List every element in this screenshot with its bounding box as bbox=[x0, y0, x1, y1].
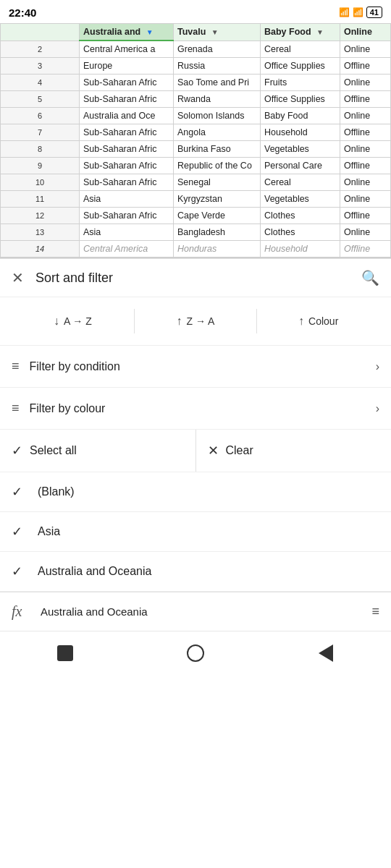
cell-col-a[interactable]: Sub-Saharan Afric bbox=[80, 158, 174, 174]
table-row: 11AsiaKyrgyzstanVegetablesOnline bbox=[1, 191, 391, 208]
nav-bar bbox=[0, 631, 391, 678]
cell-col-a[interactable]: Asia bbox=[80, 191, 174, 208]
row-num-cell: 8 bbox=[1, 141, 80, 158]
cell-col-b[interactable]: Kyrgyzstan bbox=[174, 191, 261, 208]
cell-col-b[interactable]: Bangladesh bbox=[174, 224, 261, 241]
cell-col-b[interactable]: Angola bbox=[174, 124, 261, 141]
col-c-filter-icon[interactable]: ▼ bbox=[316, 28, 324, 36]
cell-col-a[interactable]: Sub-Saharan Afric bbox=[80, 174, 174, 191]
cell-col-d[interactable]: Online bbox=[340, 108, 391, 124]
cell-col-c[interactable]: Household bbox=[261, 124, 340, 141]
row-num-cell: 4 bbox=[1, 75, 80, 91]
formula-bar: fx Australia and Oceania ≡ bbox=[0, 592, 391, 631]
cell-col-c[interactable]: Clothes bbox=[261, 208, 340, 224]
cell-col-a[interactable]: Central America a bbox=[80, 41, 174, 58]
cell-col-c[interactable]: Cereal bbox=[261, 41, 340, 58]
table-row: 4Sub-Saharan AfricSao Tome and PriFruits… bbox=[1, 75, 391, 91]
cell-col-b[interactable]: Sao Tome and Pri bbox=[174, 75, 261, 91]
row-num-cell: 2 bbox=[1, 41, 80, 58]
cell-col-a[interactable]: Asia bbox=[80, 224, 174, 241]
cell-col-d[interactable]: Offline bbox=[340, 58, 391, 75]
cell-col-b[interactable]: Senegal bbox=[174, 174, 261, 191]
filter-colour-chevron-icon: › bbox=[376, 402, 379, 415]
cell-col-b[interactable]: Solomon Islands bbox=[174, 108, 261, 124]
cell-col-c[interactable]: Household bbox=[261, 241, 340, 258]
filter-by-colour-row[interactable]: ≡ Filter by colour › bbox=[0, 388, 391, 430]
cell-col-c[interactable]: Office Supplies bbox=[261, 91, 340, 108]
cell-col-a[interactable]: Australia and Oce bbox=[80, 108, 174, 124]
cell-col-b[interactable]: Republic of the Co bbox=[174, 158, 261, 174]
cell-col-c[interactable]: Clothes bbox=[261, 224, 340, 241]
cell-col-b[interactable]: Rwanda bbox=[174, 91, 261, 108]
filter-by-condition-left: ≡ Filter by condition bbox=[12, 359, 120, 374]
cell-col-b[interactable]: Honduras bbox=[174, 241, 261, 258]
filter-by-condition-row[interactable]: ≡ Filter by condition › bbox=[0, 346, 391, 388]
filter-by-colour-label: Filter by colour bbox=[30, 402, 106, 415]
cell-col-c[interactable]: Office Supplies bbox=[261, 58, 340, 75]
cell-col-c[interactable]: Fruits bbox=[261, 75, 340, 91]
sort-za-button[interactable]: ↑ Z → A bbox=[135, 309, 258, 333]
cell-col-c[interactable]: Vegetables bbox=[261, 191, 340, 208]
nav-square-icon bbox=[57, 645, 73, 661]
cell-col-d[interactable]: Offline bbox=[340, 241, 391, 258]
select-all-button[interactable]: ✓ Select all bbox=[0, 430, 196, 472]
cell-col-a[interactable]: Europe bbox=[80, 58, 174, 75]
checkbox-label: Asia bbox=[38, 525, 60, 538]
cell-col-a[interactable]: Central America bbox=[80, 241, 174, 258]
cell-col-b[interactable]: Cape Verde bbox=[174, 208, 261, 224]
close-icon[interactable]: ✕ bbox=[12, 269, 24, 286]
search-icon[interactable]: 🔍 bbox=[361, 269, 379, 286]
signal-icon: 📶 bbox=[339, 7, 350, 17]
cell-col-a[interactable]: Sub-Saharan Afric bbox=[80, 141, 174, 158]
cell-col-c[interactable]: Cereal bbox=[261, 174, 340, 191]
table-row: 13AsiaBangladeshClothesOnline bbox=[1, 224, 391, 241]
status-icons: 📶 📶 41 bbox=[339, 7, 382, 18]
cell-col-b[interactable]: Burkina Faso bbox=[174, 141, 261, 158]
table-row: 9Sub-Saharan AfricRepublic of the CoPers… bbox=[1, 158, 391, 174]
nav-home-button[interactable] bbox=[181, 639, 210, 668]
col-a-filter-icon[interactable]: ▼ bbox=[146, 28, 154, 36]
col-a-header[interactable]: Australia and ▼ bbox=[80, 24, 174, 41]
checkbox-item[interactable]: ✓(Blank) bbox=[0, 472, 391, 512]
col-d-header[interactable]: Online bbox=[340, 24, 391, 41]
cell-col-a[interactable]: Sub-Saharan Afric bbox=[80, 208, 174, 224]
filter-by-colour-left: ≡ Filter by colour bbox=[12, 401, 105, 416]
cell-col-d[interactable]: Offline bbox=[340, 91, 391, 108]
cell-col-c[interactable]: Vegetables bbox=[261, 141, 340, 158]
row-num-cell: 9 bbox=[1, 158, 80, 174]
row-num-cell: 3 bbox=[1, 58, 80, 75]
cell-col-d[interactable]: Offline bbox=[340, 158, 391, 174]
battery-indicator: 41 bbox=[366, 7, 382, 18]
cell-col-d[interactable]: Online bbox=[340, 224, 391, 241]
panel-header-left: ✕ Sort and filter bbox=[12, 269, 113, 286]
cell-col-d[interactable]: Offline bbox=[340, 208, 391, 224]
cell-col-a[interactable]: Sub-Saharan Afric bbox=[80, 91, 174, 108]
cell-col-c[interactable]: Baby Food bbox=[261, 108, 340, 124]
cell-col-a[interactable]: Sub-Saharan Afric bbox=[80, 75, 174, 91]
nav-back-button[interactable] bbox=[311, 639, 340, 668]
col-b-filter-icon[interactable]: ▼ bbox=[211, 28, 219, 36]
cell-col-a[interactable]: Sub-Saharan Afric bbox=[80, 124, 174, 141]
filter-by-condition-label: Filter by condition bbox=[30, 360, 120, 373]
panel-header: ✕ Sort and filter 🔍 bbox=[0, 259, 391, 297]
checkbox-item[interactable]: ✓Asia bbox=[0, 512, 391, 552]
sort-colour-button[interactable]: ↑ Colour bbox=[257, 309, 379, 333]
cell-col-b[interactable]: Russia bbox=[174, 58, 261, 75]
clear-button[interactable]: ✕ Clear bbox=[196, 430, 392, 472]
cell-col-d[interactable]: Online bbox=[340, 141, 391, 158]
formula-filter-icon[interactable]: ≡ bbox=[371, 604, 379, 619]
cell-col-b[interactable]: Grenada bbox=[174, 41, 261, 58]
sort-az-button[interactable]: ↓ A → Z bbox=[12, 309, 135, 333]
cell-col-d[interactable]: Online bbox=[340, 41, 391, 58]
cell-col-d[interactable]: Online bbox=[340, 174, 391, 191]
col-b-header[interactable]: Tuvalu ▼ bbox=[174, 24, 261, 41]
cell-col-d[interactable]: Online bbox=[340, 75, 391, 91]
sort-up-icon: ↑ bbox=[177, 315, 182, 328]
col-c-header[interactable]: Baby Food ▼ bbox=[261, 24, 340, 41]
cell-col-d[interactable]: Offline bbox=[340, 124, 391, 141]
cell-col-c[interactable]: Personal Care bbox=[261, 158, 340, 174]
nav-square-button[interactable] bbox=[51, 639, 80, 668]
cell-col-d[interactable]: Online bbox=[340, 191, 391, 208]
checkbox-item[interactable]: ✓Australia and Oceania bbox=[0, 552, 391, 592]
checkbox-check-icon: ✓ bbox=[12, 524, 28, 540]
